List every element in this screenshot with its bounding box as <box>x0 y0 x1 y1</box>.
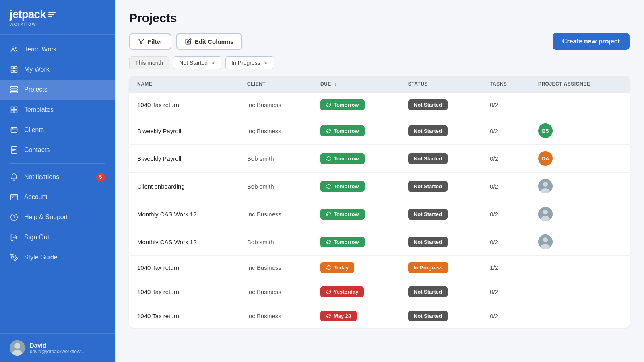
sidebar-item-signout[interactable]: Sign Out <box>0 227 115 247</box>
table-cell-client: Inc Business <box>239 200 312 228</box>
table-row[interactable]: 1040 Tax return Inc Business Yesterday N… <box>129 280 630 304</box>
recur-icon <box>326 212 331 217</box>
sidebar-logo: jetpack workflow <box>0 0 115 35</box>
styleguide-icon <box>10 253 19 262</box>
sidebar-item-label: Account <box>24 193 47 201</box>
status-badge: Not Started <box>408 237 448 247</box>
my-work-icon <box>10 65 19 74</box>
page-title: Projects <box>129 11 630 25</box>
sidebar-item-style-guide[interactable]: Style Guide <box>0 247 115 267</box>
svg-rect-16 <box>11 147 17 154</box>
table-row[interactable]: Biweekly Payroll Inc Business Tomorrow N… <box>129 117 630 145</box>
filter-tag-not-started[interactable]: Not Started ✕ <box>173 56 221 69</box>
due-badge: Tomorrow <box>320 99 365 110</box>
toolbar-right: Create new project <box>553 33 630 50</box>
filter-button[interactable]: Filter <box>129 33 171 50</box>
edit-columns-button[interactable]: Edit Columns <box>176 33 243 50</box>
table-cell-assignee <box>530 304 630 328</box>
due-badge: Yesterday <box>320 286 364 297</box>
user-info: David david@jetpackworkflow... <box>30 342 84 354</box>
status-badge: Not Started <box>408 209 448 220</box>
table-cell-due: Tomorrow <box>312 93 400 117</box>
assignee-avatar: DA <box>538 151 553 166</box>
user-email: david@jetpackworkflow... <box>30 349 84 354</box>
table-cell-due: Tomorrow <box>312 228 400 256</box>
sidebar: jetpack workflow Team Work My Work <box>0 0 115 362</box>
table-cell-name: Biweekly Payroll <box>129 145 239 173</box>
user-profile[interactable]: David david@jetpackworkflow... <box>0 333 115 362</box>
sidebar-item-projects[interactable]: Projects <box>0 80 115 100</box>
svg-rect-13 <box>11 127 17 132</box>
sidebar-item-contacts[interactable]: Contacts <box>0 140 115 160</box>
table-cell-client: Inc Business <box>239 304 312 328</box>
filter-tag-this-month[interactable]: This month <box>129 56 169 69</box>
table-cell-assignee <box>530 200 630 228</box>
svg-rect-2 <box>11 67 14 69</box>
table-cell-assignee: B5 <box>530 117 630 145</box>
assignee-avatar <box>538 207 553 221</box>
table-cell-name: 1040 Tax return <box>129 304 239 328</box>
sidebar-item-label: Team Work <box>24 46 57 53</box>
filter-tag-label: In Progress <box>231 60 260 66</box>
recur-icon <box>326 289 331 294</box>
table-row[interactable]: 1040 Tax return Inc Business Tomorrow No… <box>129 93 630 117</box>
assignee-avatar: B5 <box>538 123 553 138</box>
table-row[interactable]: 1040 Tax return Inc Business May 28 Not … <box>129 304 630 328</box>
table-cell-assignee <box>530 173 630 200</box>
svg-rect-11 <box>14 107 17 110</box>
remove-filter-icon[interactable]: ✕ <box>264 60 268 66</box>
sidebar-item-clients[interactable]: Clients <box>0 120 115 140</box>
svg-point-1 <box>15 47 17 49</box>
table-cell-tasks: 0/2 <box>482 145 530 173</box>
table-cell-client: Inc Business <box>239 93 312 117</box>
table-row[interactable]: Biweekly Payroll Bob smith Tomorrow Not … <box>129 145 630 173</box>
sidebar-item-account[interactable]: Account <box>0 187 115 207</box>
status-badge: Not Started <box>408 181 448 192</box>
sidebar-item-team-work[interactable]: Team Work <box>0 39 115 60</box>
svg-rect-10 <box>11 110 14 113</box>
table-cell-due: Yesterday <box>312 280 400 304</box>
table-cell-tasks: 0/2 <box>482 117 530 145</box>
table-cell-name: Client onboarding <box>129 173 239 200</box>
table-row[interactable]: Monthly CAS Work 12 Bob smith Tomorrow N… <box>129 228 630 256</box>
svg-rect-7 <box>11 89 18 90</box>
table-cell-tasks: 1/2 <box>482 256 530 280</box>
user-name: David <box>30 342 84 349</box>
table-container: NAME CLIENT DUE ↓ STATUS TASKS PROJECT A… <box>115 76 644 362</box>
table-row[interactable]: Monthly CAS Work 12 Inc Business Tomorro… <box>129 200 630 228</box>
svg-point-27 <box>14 343 20 349</box>
due-badge: May 28 <box>320 311 357 321</box>
create-project-label: Create new project <box>562 38 620 45</box>
filter-icon <box>138 38 144 45</box>
filter-tag-label: This month <box>135 60 163 66</box>
table-body: 1040 Tax return Inc Business Tomorrow No… <box>129 93 630 328</box>
table-cell-tasks: 0/2 <box>482 228 530 256</box>
table-cell-due: Tomorrow <box>312 173 400 200</box>
filter-tag-in-progress[interactable]: In Progress ✕ <box>225 56 274 69</box>
table-cell-assignee: DA <box>530 145 630 173</box>
table-row[interactable]: 1040 Tax return Inc Business Today In Pr… <box>129 256 630 280</box>
svg-rect-4 <box>11 70 14 73</box>
sidebar-item-label: Style Guide <box>24 254 58 261</box>
app-subname: workflow <box>10 21 105 27</box>
col-due[interactable]: DUE ↓ <box>312 76 400 93</box>
recur-icon <box>326 184 331 189</box>
sidebar-item-notifications[interactable]: Notifications 5 <box>0 167 115 187</box>
recur-icon <box>326 313 331 319</box>
projects-table: NAME CLIENT DUE ↓ STATUS TASKS PROJECT A… <box>129 76 630 328</box>
sidebar-item-templates[interactable]: Templates <box>0 100 115 120</box>
table-cell-due: Today <box>312 256 400 280</box>
remove-filter-icon[interactable]: ✕ <box>211 60 215 66</box>
status-badge: Not Started <box>408 99 448 110</box>
table-cell-name: Monthly CAS Work 12 <box>129 200 239 228</box>
table-cell-client: Inc Business <box>239 280 312 304</box>
create-project-button[interactable]: Create new project <box>553 33 630 50</box>
recur-icon <box>326 239 331 245</box>
sidebar-item-help[interactable]: Help & Support <box>0 207 115 227</box>
filter-button-label: Filter <box>148 38 163 45</box>
svg-rect-3 <box>15 67 17 69</box>
svg-point-34 <box>543 210 548 214</box>
sidebar-item-my-work[interactable]: My Work <box>0 60 115 80</box>
table-row[interactable]: Client onboarding Bob smith Tomorrow Not… <box>129 173 630 200</box>
recur-icon <box>326 102 331 107</box>
